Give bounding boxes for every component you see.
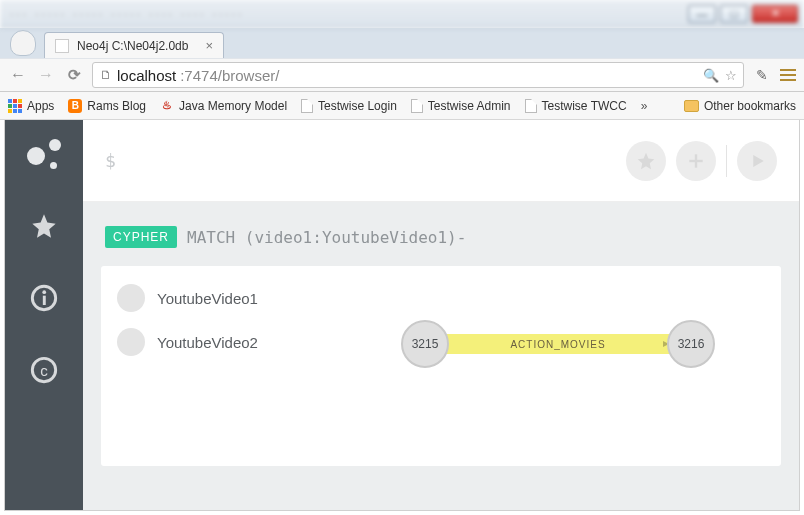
sidebar-favorites-icon[interactable]: [26, 208, 62, 244]
browser-tab[interactable]: Neo4j C:\Ne04j2.0db ×: [44, 32, 224, 58]
query-editor[interactable]: $: [83, 120, 799, 202]
favorite-query-button[interactable]: [626, 141, 666, 181]
editor-prompt: $: [105, 150, 116, 171]
os-window-titlebar: ··· ····· ····· ····· ···· ···· ····· — …: [0, 0, 804, 28]
svg-text:c: c: [40, 362, 48, 379]
add-button[interactable]: [676, 141, 716, 181]
address-bar[interactable]: 🗋 localhost:7474/browser/ 🔍 ☆: [92, 62, 744, 88]
maximize-button[interactable]: □: [720, 5, 748, 23]
bookmarks-overflow-button[interactable]: »: [641, 99, 648, 113]
apps-shortcut[interactable]: Apps: [8, 99, 54, 113]
window-controls: — □ ✕: [688, 5, 798, 23]
svg-rect-1: [43, 296, 46, 305]
cypher-badge: CYPHER: [105, 226, 177, 248]
nav-back-button[interactable]: ←: [8, 65, 28, 85]
url-host: localhost: [117, 67, 176, 84]
browser-tabstrip: Neo4j C:\Ne04j2.0db ×: [0, 28, 804, 58]
close-button[interactable]: ✕: [752, 5, 798, 23]
graph-edge[interactable]: ACTION_MOVIES: [443, 334, 673, 354]
java-icon: ♨: [160, 99, 174, 113]
sidebar-about-icon[interactable]: c: [26, 352, 62, 388]
divider: [726, 145, 727, 177]
sidebar-database-icon[interactable]: [26, 136, 62, 172]
legend-label: YoutubeVideo1: [157, 290, 258, 307]
blogger-icon: B: [68, 99, 82, 113]
bookmark-item[interactable]: ♨Java Memory Model: [160, 99, 287, 113]
legend-item[interactable]: YoutubeVideo1: [117, 284, 765, 312]
page-icon: [301, 99, 313, 113]
folder-icon: [684, 100, 699, 112]
bookmarks-bar: Apps BRams Blog ♨Java Memory Model Testw…: [0, 92, 804, 120]
result-header: CYPHER MATCH (video1:YoutubeVideo1)-: [83, 202, 799, 266]
legend-label: YoutubeVideo2: [157, 334, 258, 351]
reload-button[interactable]: ⟳: [64, 65, 84, 85]
bookmark-item[interactable]: BRams Blog: [68, 99, 146, 113]
zoom-icon[interactable]: 🔍: [703, 68, 719, 83]
run-query-button[interactable]: [737, 141, 777, 181]
neo4j-browser: c $ CYPHER MATCH (video1:YoutubeV: [4, 120, 800, 511]
site-identity-icon: 🗋: [99, 68, 113, 82]
sidebar-info-icon[interactable]: [26, 280, 62, 316]
bookmark-item[interactable]: Testwise TWCC: [525, 99, 627, 113]
url-path: :7474/browser/: [180, 67, 279, 84]
result-panel: YoutubeVideo1 YoutubeVideo2 3215 ACTION_…: [101, 266, 781, 466]
tab-close-icon[interactable]: ×: [205, 38, 213, 53]
svg-point-2: [42, 290, 46, 294]
query-text: MATCH (video1:YoutubeVideo1)-: [187, 228, 466, 247]
extension-eyedropper-icon[interactable]: ✎: [752, 65, 772, 85]
graph-visualization[interactable]: 3215 ACTION_MOVIES 3216: [401, 320, 715, 368]
legend-swatch-icon: [117, 284, 145, 312]
minimize-button[interactable]: —: [688, 5, 716, 23]
profile-avatar-icon[interactable]: [10, 30, 36, 56]
tab-favicon-icon: [55, 39, 69, 53]
legend-swatch-icon: [117, 328, 145, 356]
graph-node[interactable]: 3216: [667, 320, 715, 368]
other-bookmarks[interactable]: Other bookmarks: [684, 99, 796, 113]
bookmark-item[interactable]: Testwise Login: [301, 99, 397, 113]
page-icon: [411, 99, 423, 113]
browser-menu-icon[interactable]: [780, 69, 796, 81]
results-stream[interactable]: CYPHER MATCH (video1:YoutubeVideo1)- You…: [83, 202, 799, 510]
browser-toolbar: ← → ⟳ 🗋 localhost:7474/browser/ 🔍 ☆ ✎: [0, 58, 804, 92]
nav-forward-button[interactable]: →: [36, 65, 56, 85]
tab-title: Neo4j C:\Ne04j2.0db: [77, 39, 197, 53]
sidebar: c: [5, 120, 83, 510]
bookmark-star-icon[interactable]: ☆: [725, 68, 737, 83]
bookmark-item[interactable]: Testwise Admin: [411, 99, 511, 113]
graph-node[interactable]: 3215: [401, 320, 449, 368]
main-area: $ CYPHER MATCH (video1:YoutubeVideo1)-: [83, 120, 799, 510]
apps-grid-icon: [8, 99, 22, 113]
svg-rect-6: [689, 159, 702, 162]
page-icon: [525, 99, 537, 113]
